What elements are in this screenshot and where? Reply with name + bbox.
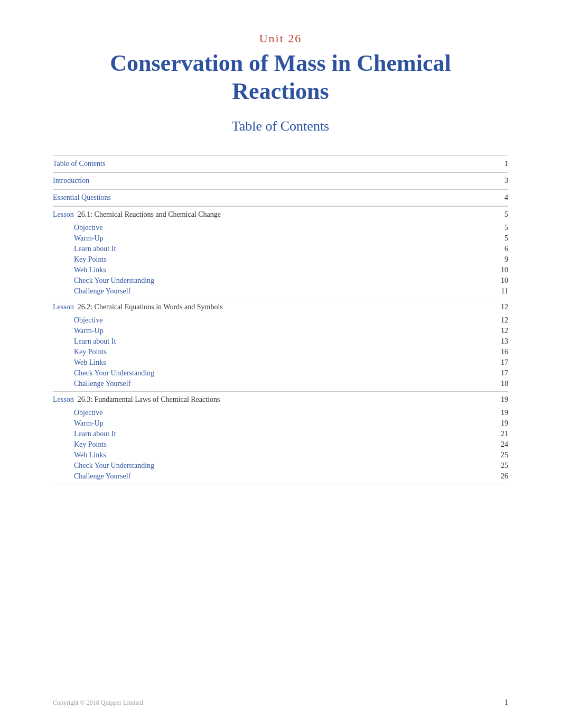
footer: Copyright © 2018 Quipper Limited 1 bbox=[0, 698, 561, 707]
toc-lesson-262-header: Lesson 26.2: Chemical Equations in Words… bbox=[53, 299, 508, 315]
page: Unit 26 Conservation of Mass in Chemical… bbox=[0, 0, 561, 728]
toc-subrow-261-learnaboutit: Learn about It 6 bbox=[53, 244, 508, 254]
toc-page-essential-questions: 4 bbox=[498, 193, 508, 202]
toc-page-introduction: 3 bbox=[498, 177, 508, 185]
toc-sublabel-261-weblinks: Web Links bbox=[53, 266, 106, 274]
toc-lesson-263: Lesson 26.3: Fundamental Laws of Chemica… bbox=[53, 392, 508, 484]
toc-subpage-261-challengeyourself: 11 bbox=[498, 287, 508, 296]
footer-page-number: 1 bbox=[504, 698, 508, 707]
unit-title: Conservation of Mass in ChemicalReaction… bbox=[53, 50, 508, 106]
toc-subrow-262-keypoints: Key Points 16 bbox=[53, 347, 508, 357]
toc-subpage-261-keypoints: 9 bbox=[498, 255, 508, 264]
toc-sublabel-263-objective: Objective bbox=[53, 409, 102, 417]
toc-subrow-261-objective: Objective 5 bbox=[53, 223, 508, 233]
toc-subrow-262-weblinks: Web Links 17 bbox=[53, 357, 508, 368]
toc-label-table-of-contents: Table of Contents bbox=[53, 160, 105, 168]
toc-top-entries: Table of Contents 1 Introduction 3 Essen… bbox=[53, 155, 508, 206]
toc-sublabel-262-keypoints: Key Points bbox=[53, 348, 107, 356]
toc-subpage-263-warmup: 19 bbox=[498, 419, 508, 428]
toc-subpage-263-keypoints: 24 bbox=[498, 440, 508, 449]
toc-subpage-262-keypoints: 16 bbox=[498, 348, 508, 356]
toc-subpage-261-objective: 5 bbox=[498, 224, 508, 232]
toc-sublabel-263-learnaboutit: Learn about It bbox=[53, 430, 116, 438]
toc-sublabel-262-weblinks: Web Links bbox=[53, 358, 106, 367]
footer-copyright: Copyright © 2018 Quipper Limited bbox=[53, 699, 143, 707]
toc-page-lesson-261: 5 bbox=[498, 210, 508, 219]
toc-sublabel-263-challengeyourself: Challenge Yourself bbox=[53, 472, 130, 481]
toc-lesson-261: Lesson 26.1: Chemical Reactions and Chem… bbox=[53, 206, 508, 299]
toc-subrow-263-checkyourunderstanding: Check Your Understanding 25 bbox=[53, 460, 508, 471]
toc-subrow-261-checkyourunderstanding: Check Your Understanding 10 bbox=[53, 275, 508, 286]
toc-subpage-261-warmup: 5 bbox=[498, 234, 508, 243]
toc-sublabel-261-learnaboutit: Learn about It bbox=[53, 245, 116, 253]
toc-sublabel-262-checkyourunderstanding: Check Your Understanding bbox=[53, 369, 154, 377]
toc-subpage-261-checkyourunderstanding: 10 bbox=[498, 277, 508, 285]
toc-subrow-262-learnaboutit: Learn about It 13 bbox=[53, 336, 508, 347]
toc-container: Table of Contents 1 Introduction 3 Essen… bbox=[53, 155, 508, 484]
toc-subrow-263-learnaboutit: Learn about It 21 bbox=[53, 429, 508, 439]
toc-label-introduction: Introduction bbox=[53, 177, 89, 185]
toc-subrow-262-warmup: Warm-Up 12 bbox=[53, 326, 508, 336]
toc-sublabel-262-challengeyourself: Challenge Yourself bbox=[53, 380, 130, 388]
toc-subpage-263-weblinks: 25 bbox=[498, 451, 508, 459]
toc-subrow-262-objective: Objective 12 bbox=[53, 315, 508, 326]
toc-subrow-261-weblinks: Web Links 10 bbox=[53, 265, 508, 275]
toc-page-lesson-262: 12 bbox=[498, 303, 508, 311]
toc-subpage-263-learnaboutit: 21 bbox=[498, 430, 508, 438]
toc-sublabel-261-objective: Objective bbox=[53, 224, 102, 232]
toc-subpage-263-checkyourunderstanding: 25 bbox=[498, 462, 508, 470]
toc-subrow-263-weblinks: Web Links 25 bbox=[53, 450, 508, 460]
toc-entry-table-of-contents: Table of Contents 1 bbox=[53, 155, 508, 172]
toc-sublabel-263-keypoints: Key Points bbox=[53, 440, 107, 449]
toc-sublabel-261-keypoints: Key Points bbox=[53, 255, 107, 264]
toc-subpage-262-learnaboutit: 13 bbox=[498, 337, 508, 346]
toc-label-lesson-263: Lesson 26.3: Fundamental Laws of Chemica… bbox=[53, 395, 220, 404]
toc-sublabel-262-warmup: Warm-Up bbox=[53, 327, 104, 335]
toc-subpage-263-challengeyourself: 26 bbox=[498, 472, 508, 481]
toc-subpage-263-objective: 19 bbox=[498, 409, 508, 417]
toc-subrow-261-keypoints: Key Points 9 bbox=[53, 254, 508, 265]
toc-subrow-263-keypoints: Key Points 24 bbox=[53, 439, 508, 450]
toc-entry-essential-questions: Essential Questions 4 bbox=[53, 189, 508, 206]
toc-sublabel-263-warmup: Warm-Up bbox=[53, 419, 104, 428]
toc-subrow-263-objective: Objective 19 bbox=[53, 408, 508, 418]
toc-subpage-262-objective: 12 bbox=[498, 316, 508, 325]
toc-subrow-262-challengeyourself: Challenge Yourself 18 bbox=[53, 379, 508, 389]
toc-subpage-262-challengeyourself: 18 bbox=[498, 380, 508, 388]
toc-sublabel-263-weblinks: Web Links bbox=[53, 451, 106, 459]
unit-label: Unit 26 bbox=[53, 32, 508, 45]
toc-entry-introduction: Introduction 3 bbox=[53, 172, 508, 189]
toc-subpage-262-warmup: 12 bbox=[498, 327, 508, 335]
toc-subrow-262-checkyourunderstanding: Check Your Understanding 17 bbox=[53, 368, 508, 379]
toc-lesson-261-header: Lesson 26.1: Chemical Reactions and Chem… bbox=[53, 206, 508, 223]
toc-subpage-262-checkyourunderstanding: 17 bbox=[498, 369, 508, 377]
toc-page-table-of-contents: 1 bbox=[498, 160, 508, 168]
toc-page-lesson-263: 19 bbox=[498, 395, 508, 404]
toc-label-lesson-261: Lesson 26.1: Chemical Reactions and Chem… bbox=[53, 210, 221, 219]
toc-label-lesson-262: Lesson 26.2: Chemical Equations in Words… bbox=[53, 303, 223, 311]
toc-subpage-262-weblinks: 17 bbox=[498, 358, 508, 367]
toc-sublabel-261-challengeyourself: Challenge Yourself bbox=[53, 287, 130, 296]
toc-lesson-263-header: Lesson 26.3: Fundamental Laws of Chemica… bbox=[53, 392, 508, 408]
toc-subrow-261-challengeyourself: Challenge Yourself 11 bbox=[53, 286, 508, 297]
toc-sublabel-262-learnaboutit: Learn about It bbox=[53, 337, 116, 346]
toc-subrow-263-warmup: Warm-Up 19 bbox=[53, 418, 508, 429]
toc-label-essential-questions: Essential Questions bbox=[53, 193, 111, 202]
toc-heading: Table of Contents bbox=[53, 118, 508, 134]
toc-sublabel-263-checkyourunderstanding: Check Your Understanding bbox=[53, 462, 154, 470]
toc-sublabel-262-objective: Objective bbox=[53, 316, 102, 325]
toc-lesson-262: Lesson 26.2: Chemical Equations in Words… bbox=[53, 299, 508, 392]
toc-sublabel-261-warmup: Warm-Up bbox=[53, 234, 104, 243]
toc-sublabel-261-checkyourunderstanding: Check Your Understanding bbox=[53, 277, 154, 285]
toc-subpage-261-weblinks: 10 bbox=[498, 266, 508, 274]
toc-subpage-261-learnaboutit: 6 bbox=[498, 245, 508, 253]
toc-subrow-263-challengeyourself: Challenge Yourself 26 bbox=[53, 471, 508, 482]
toc-subrow-261-warmup: Warm-Up 5 bbox=[53, 233, 508, 244]
